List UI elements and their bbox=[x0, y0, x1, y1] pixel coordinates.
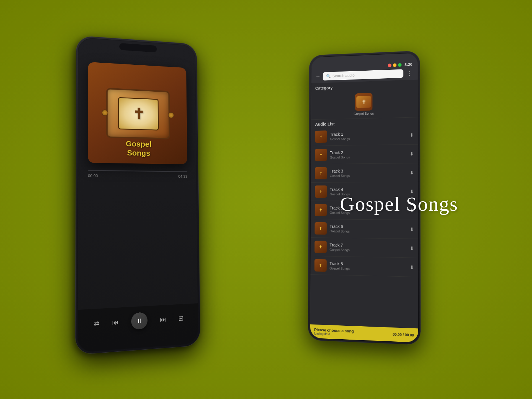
search-bar[interactable]: 🔍 Search audio bbox=[323, 69, 403, 80]
track-name: Track 3 bbox=[330, 168, 407, 173]
track-sub: Gospel Songs bbox=[330, 267, 407, 272]
top-bar: ← 🔍 Search audio ⋮ bbox=[315, 69, 413, 81]
download-icon[interactable]: ⬇ bbox=[410, 226, 414, 232]
download-icon[interactable]: ⬇ bbox=[410, 264, 414, 270]
track-cross-icon: ✝ bbox=[319, 208, 322, 213]
download-icon[interactable]: ⬇ bbox=[410, 151, 413, 157]
track-cross-icon: ✝ bbox=[319, 189, 323, 194]
track-name: Track 4 bbox=[330, 187, 407, 192]
shuffle-button[interactable]: ⇄ bbox=[94, 319, 99, 327]
phone-player: ✝ Gospel Songs bbox=[75, 35, 200, 355]
track-thumb: ✝ bbox=[314, 222, 327, 235]
list-item[interactable]: ✝ Track 8 Gospel Songs ⬇ bbox=[310, 256, 418, 277]
tv-radio-icon: ✝ bbox=[106, 88, 170, 140]
footer-time-start: 00.00 bbox=[392, 332, 402, 337]
download-icon[interactable]: ⬇ bbox=[410, 132, 413, 138]
tv-screen: ✝ bbox=[118, 97, 159, 131]
progress-area: 00:00 04:33 bbox=[88, 170, 187, 179]
track-cross-icon: ✝ bbox=[319, 263, 322, 268]
track-cross-icon: ✝ bbox=[319, 134, 323, 139]
search-placeholder: Search audio bbox=[332, 73, 355, 78]
phone-frame-left: ✝ Gospel Songs bbox=[75, 35, 200, 355]
track-thumb: ✝ bbox=[315, 130, 327, 143]
track-cross-icon: ✝ bbox=[319, 226, 322, 231]
status-time: 8:20 bbox=[405, 62, 412, 67]
footer-time-end: 00.00 bbox=[405, 333, 414, 338]
cat-thumb-inner: ✝ bbox=[356, 96, 371, 108]
gospel-title: Gospel Songs bbox=[340, 192, 458, 216]
category-item[interactable]: ✝ Gospel Songs bbox=[311, 89, 418, 120]
download-icon[interactable]: ⬇ bbox=[410, 170, 413, 175]
track-info: Track 3 Gospel Songs bbox=[330, 168, 407, 178]
list-item[interactable]: ✝ Track 6 Gospel Songs ⬇ bbox=[311, 219, 418, 239]
menu-button[interactable]: ⋮ bbox=[406, 70, 413, 77]
footer-time: 00.00 / 00.00 bbox=[392, 332, 414, 337]
dot-red[interactable] bbox=[388, 63, 391, 67]
list-item[interactable]: ✝ Track 1 Gospel Songs ⬇ bbox=[311, 126, 418, 146]
search-icon: 🔍 bbox=[326, 74, 331, 78]
time-start: 00:00 bbox=[88, 173, 98, 178]
track-name: Track 6 bbox=[330, 224, 407, 229]
track-name: Track 7 bbox=[330, 243, 407, 249]
track-thumb: ✝ bbox=[314, 241, 327, 253]
track-info: Track 1 Gospel Songs bbox=[330, 131, 407, 141]
status-bar: 8:20 bbox=[315, 62, 413, 70]
list-item[interactable]: ✝ Track 2 Gospel Songs ⬇ bbox=[311, 145, 418, 164]
dot-yellow[interactable] bbox=[393, 63, 396, 67]
track-thumb: ✝ bbox=[315, 167, 327, 179]
window-dots bbox=[388, 63, 401, 67]
dot-green[interactable] bbox=[398, 63, 401, 66]
track-sub: Gospel Songs bbox=[330, 136, 407, 141]
cross-icon: ✝ bbox=[132, 105, 145, 122]
track-name: Track 2 bbox=[330, 149, 407, 155]
scene: ✝ Gospel Songs bbox=[59, 22, 473, 377]
download-icon[interactable]: ⬇ bbox=[410, 245, 414, 251]
track-thumb: ✝ bbox=[315, 204, 327, 216]
track-sub: Gospel Songs bbox=[330, 248, 407, 253]
footer-left: Please choose a song loading data... bbox=[314, 327, 354, 337]
track-info: Track 7 Gospel Songs bbox=[330, 243, 407, 253]
track-cross-icon: ✝ bbox=[319, 171, 323, 176]
tv-knob-right bbox=[168, 112, 174, 119]
progress-bar[interactable] bbox=[88, 170, 187, 172]
track-name: Track 1 bbox=[330, 131, 407, 137]
tracklist-header: 8:20 ← 🔍 Search audio ⋮ bbox=[311, 53, 418, 83]
track-sub: Gospel Songs bbox=[330, 155, 407, 159]
track-thumb: ✝ bbox=[314, 259, 327, 272]
next-button[interactable]: ⏭ bbox=[160, 315, 166, 324]
play-pause-button[interactable]: ⏸ bbox=[131, 312, 148, 330]
track-thumb: ✝ bbox=[315, 185, 327, 198]
back-button[interactable]: ← bbox=[315, 74, 320, 80]
list-item[interactable]: ✝ Track 7 Gospel Songs ⬇ bbox=[311, 238, 418, 258]
track-info: Track 8 Gospel Songs bbox=[330, 261, 407, 272]
track-thumb: ✝ bbox=[315, 149, 327, 161]
album-title: Gospel Songs bbox=[126, 139, 151, 158]
track-info: Track 2 Gospel Songs bbox=[330, 149, 407, 159]
album-art: ✝ Gospel Songs bbox=[88, 62, 187, 164]
track-sub: Gospel Songs bbox=[330, 173, 407, 178]
controls-row: ⇄ ⏮ ⏸ ⏭ ⊞ bbox=[87, 310, 189, 333]
player-screen: ✝ Gospel Songs bbox=[78, 38, 198, 352]
repeat-button[interactable]: ⊞ bbox=[178, 314, 184, 322]
track-cross-icon: ✝ bbox=[319, 153, 323, 157]
cat-cross-icon: ✝ bbox=[361, 99, 366, 105]
track-sub: Gospel Songs bbox=[330, 229, 407, 234]
album-label: Gospel Songs bbox=[126, 139, 151, 158]
list-item[interactable]: ✝ Track 3 Gospel Songs ⬇ bbox=[311, 163, 418, 182]
tv-knob-left bbox=[102, 109, 108, 116]
time-end: 04:33 bbox=[178, 174, 187, 179]
track-cross-icon: ✝ bbox=[319, 244, 322, 249]
track-info: Track 6 Gospel Songs bbox=[330, 224, 407, 234]
track-list: ✝ Track 1 Gospel Songs ⬇ ✝ Track 2 Go bbox=[310, 126, 418, 328]
time-labels: 00:00 04:33 bbox=[88, 173, 187, 179]
category-name: Gospel Songs bbox=[353, 112, 374, 116]
player-controls: ⇄ ⏮ ⏸ ⏭ ⊞ bbox=[78, 303, 198, 352]
category-thumb: ✝ bbox=[355, 93, 373, 111]
prev-button[interactable]: ⏮ bbox=[112, 318, 119, 326]
